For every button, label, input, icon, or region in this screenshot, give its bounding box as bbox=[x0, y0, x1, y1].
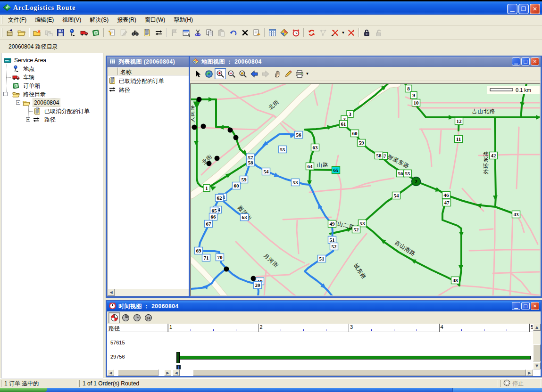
reassign2-button[interactable] bbox=[345, 27, 357, 39]
list-row-1[interactable]: 路径 bbox=[108, 86, 130, 95]
zoom-in-button[interactable] bbox=[215, 68, 226, 79]
new-project-button[interactable] bbox=[4, 27, 16, 39]
scroll-up-button[interactable]: ▲ bbox=[533, 324, 541, 331]
list-header-name[interactable]: 名称 bbox=[118, 67, 189, 75]
tree-collapse-icon[interactable]: - bbox=[16, 100, 20, 105]
stop-marker-56[interactable]: 56 bbox=[295, 131, 303, 139]
title-bar[interactable]: ArcLogistics Route ▁ ❐ ✕ bbox=[0, 0, 542, 15]
stop-marker-20[interactable]: 20 bbox=[254, 282, 262, 289]
stop-marker-61[interactable]: 61 bbox=[340, 121, 348, 128]
zoom-selected-button[interactable] bbox=[237, 68, 249, 79]
copy-button[interactable] bbox=[204, 27, 216, 39]
clock-red-pie-button[interactable] bbox=[108, 312, 120, 323]
scroll-down-button[interactable]: ▼ bbox=[533, 362, 541, 369]
properties-button[interactable] bbox=[180, 27, 192, 39]
stop-marker-8[interactable]: 8 bbox=[405, 85, 412, 92]
stop-marker-59[interactable]: 59 bbox=[358, 139, 366, 147]
stop-marker-55[interactable]: 55 bbox=[404, 170, 412, 177]
stop-marker-71[interactable]: 71 bbox=[202, 254, 210, 261]
unassigned-stop-dot[interactable] bbox=[215, 156, 220, 161]
map-minimize-button[interactable]: ▁ bbox=[512, 57, 520, 65]
print-dropdown-caret-icon[interactable]: ▼ bbox=[305, 68, 309, 80]
stop-marker-64[interactable]: 64 bbox=[306, 163, 314, 170]
lock-button[interactable] bbox=[361, 27, 373, 39]
stop-marker-43[interactable]: 43 bbox=[512, 211, 520, 218]
stop-marker-62[interactable]: 62 bbox=[216, 195, 224, 202]
stop-marker-60[interactable]: 60 bbox=[351, 130, 359, 137]
list-view-button[interactable] bbox=[267, 27, 278, 39]
new-folder-button[interactable] bbox=[31, 27, 43, 39]
stop-marker-49[interactable]: 49 bbox=[328, 220, 336, 228]
left-pane-scroll-right[interactable]: ▶ bbox=[164, 369, 171, 376]
map-close-button[interactable]: ✕ bbox=[531, 57, 539, 65]
menu-item-2[interactable]: 视图(V) bbox=[58, 15, 85, 25]
vscroll-thumb[interactable] bbox=[533, 344, 541, 361]
time-minimize-button[interactable]: ▁ bbox=[512, 302, 520, 310]
unassigned-stop-dot[interactable] bbox=[228, 128, 233, 133]
orders-book-button[interactable] bbox=[90, 27, 102, 39]
tree-item-routing-folders[interactable]: -路径目录 bbox=[1, 90, 103, 98]
stop-marker-52[interactable]: 52 bbox=[330, 243, 338, 250]
menu-item-3[interactable]: 解决(S) bbox=[85, 15, 113, 25]
map-canvas[interactable]: 人民路北街北街山路智溪东路吉山北路外环东路吉山二路吉山南路城东路月河街殿荡街57… bbox=[190, 83, 541, 296]
restore-button[interactable]: ❐ bbox=[518, 4, 529, 14]
timeline-scroll-right[interactable]: ▶ bbox=[526, 369, 533, 376]
zoom-out-button[interactable] bbox=[226, 68, 237, 79]
routes-swap-button[interactable] bbox=[153, 27, 165, 39]
order-list-button[interactable] bbox=[141, 27, 153, 39]
stop-marker-63[interactable]: 63 bbox=[241, 214, 249, 221]
route-time-bar[interactable] bbox=[178, 356, 531, 359]
minimize-button[interactable]: ▁ bbox=[507, 4, 517, 14]
time-title-bar[interactable]: 时间视图 ： 20060804 ▁ □ ✕ bbox=[107, 301, 541, 311]
stop-marker-58[interactable]: 58 bbox=[375, 152, 383, 159]
list-row-0[interactable]: 已取消分配的订单 bbox=[108, 77, 164, 86]
stop-marker-54[interactable]: 54 bbox=[262, 168, 270, 175]
stop-marker-48[interactable]: 48 bbox=[451, 277, 459, 284]
stop-marker-42[interactable]: 42 bbox=[490, 152, 498, 159]
stop-marker-46[interactable]: 46 bbox=[442, 192, 450, 199]
timeline-scroll-left[interactable]: ◀ bbox=[173, 369, 180, 376]
stop-marker-65[interactable]: 65 bbox=[332, 167, 340, 174]
stop-marker-70[interactable]: 70 bbox=[216, 254, 224, 261]
list-header-icon-cell[interactable] bbox=[108, 67, 118, 75]
open-folder-button[interactable] bbox=[16, 27, 27, 39]
stop-marker-52[interactable]: 52 bbox=[352, 226, 360, 233]
time-row-label[interactable]: 29756 bbox=[110, 354, 125, 359]
stop-marker-59[interactable]: 59 bbox=[240, 176, 248, 183]
stop-marker-69[interactable]: 69 bbox=[195, 247, 203, 254]
tree-item-folder-20060804[interactable]: -20060804 bbox=[1, 98, 103, 107]
stop-marker-11[interactable]: 11 bbox=[455, 136, 463, 143]
tree-item-vehicles[interactable]: 车辆 bbox=[1, 73, 103, 82]
time-column-header[interactable]: 路径 bbox=[107, 324, 167, 332]
clock-plain-button[interactable] bbox=[131, 312, 142, 323]
build-routes-button[interactable] bbox=[306, 27, 317, 39]
tree-item-locations[interactable]: 地点 bbox=[1, 65, 103, 73]
menu-item-6[interactable]: 帮助(H) bbox=[169, 15, 197, 25]
unassigned-stop-dot[interactable] bbox=[197, 97, 202, 102]
menu-item-5[interactable]: 窗口(W) bbox=[141, 15, 169, 25]
tree-item-label[interactable]: Service Area bbox=[13, 57, 47, 64]
tree-item-routes[interactable]: +路径 bbox=[1, 115, 103, 124]
clock-pie-button[interactable] bbox=[120, 312, 131, 323]
pan-hand-button[interactable] bbox=[271, 68, 283, 79]
tree-item-unassigned-orders[interactable]: 已取消分配的订单 bbox=[1, 107, 103, 115]
tree-expand-icon[interactable]: + bbox=[26, 117, 30, 122]
time-row-label[interactable]: 57615 bbox=[110, 340, 125, 345]
stop-marker-51[interactable]: 51 bbox=[328, 237, 336, 244]
time-maximize-button[interactable]: □ bbox=[521, 302, 530, 310]
send-sheet-button[interactable] bbox=[251, 27, 263, 39]
unassigned-stop-dot[interactable] bbox=[192, 125, 197, 130]
menu-item-4[interactable]: 报表(R) bbox=[113, 15, 141, 25]
pencil-button[interactable] bbox=[283, 68, 294, 79]
time-close-button[interactable]: ✕ bbox=[531, 302, 539, 310]
dropdown-caret-icon[interactable]: ▼ bbox=[341, 27, 345, 39]
locations-pin-button[interactable] bbox=[67, 27, 78, 39]
vehicle-marker-2[interactable]: 2 bbox=[412, 177, 421, 186]
stop-marker-53[interactable]: 53 bbox=[292, 179, 300, 186]
unassigned-stop-dot[interactable] bbox=[251, 276, 256, 281]
stop-marker-67[interactable]: 67 bbox=[205, 220, 213, 228]
undo-button[interactable] bbox=[227, 27, 239, 39]
save-button[interactable] bbox=[55, 27, 67, 39]
tree-item-service-area[interactable]: Service Area bbox=[1, 56, 103, 65]
left-pane-scroll-left[interactable]: ◀ bbox=[107, 369, 114, 376]
